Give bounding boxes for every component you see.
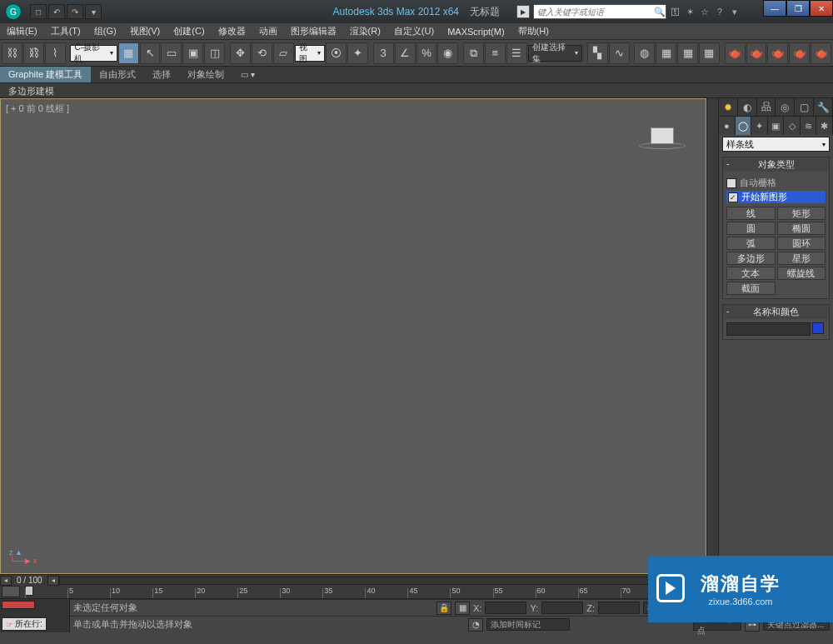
tab-hierarchy-icon[interactable]: 品 — [757, 98, 776, 116]
transform-typein-icon[interactable]: ▦ — [455, 602, 470, 615]
create-rectangle-button[interactable]: 矩形 — [777, 207, 826, 220]
search-icon[interactable]: 🔍 — [653, 5, 666, 18]
exchange-icon[interactable]: ✶ — [683, 5, 696, 18]
ribbon-tab-freeform[interactable]: 自由形式 — [91, 67, 144, 82]
percent-snap-icon[interactable]: % — [416, 42, 437, 64]
rotate-icon[interactable]: ⟲ — [252, 42, 272, 64]
help-icon[interactable]: ? — [713, 5, 726, 18]
menu-render[interactable]: 渲染(R) — [343, 25, 387, 37]
app-icon[interactable]: G — [5, 3, 22, 20]
menu-customize[interactable]: 自定义(U) — [387, 25, 441, 37]
bind-spacewarp-icon[interactable]: ⌇ — [45, 42, 66, 64]
create-text-button[interactable]: 文本 — [726, 267, 776, 280]
create-ngon-button[interactable]: 多边形 — [726, 252, 776, 265]
render-last-icon[interactable]: 🫖 — [811, 42, 831, 64]
infocenter-dropdown-icon[interactable]: ▾ — [728, 5, 741, 18]
select-object-icon[interactable]: ↖ — [140, 42, 161, 64]
create-section-button[interactable]: 截面 — [726, 282, 776, 295]
pivot-icon[interactable]: ⦿ — [326, 42, 347, 64]
menu-tools[interactable]: 工具(T) — [44, 25, 87, 37]
tab-utilities-icon[interactable]: 🔧 — [814, 98, 833, 116]
unlink-icon[interactable]: ⛓̸ — [23, 42, 44, 64]
object-name-input[interactable] — [726, 322, 811, 336]
subtab-cameras-icon[interactable]: ▣ — [768, 117, 785, 135]
refcoord-combo[interactable]: 视图 — [295, 45, 326, 62]
spinner-snap-icon[interactable]: ◉ — [437, 42, 458, 64]
object-color-swatch[interactable] — [812, 322, 824, 334]
render-setup-icon[interactable]: ▦ — [656, 42, 676, 64]
manipulate-icon[interactable]: ✦ — [347, 42, 368, 64]
ribbon-tab-selection[interactable]: 选择 — [144, 67, 179, 82]
favorite-icon[interactable]: ☆ — [698, 5, 711, 18]
viewport[interactable]: [ + 0 前 0 线框 ] z ▲└──▶ x — [0, 98, 706, 574]
create-star-button[interactable]: 星形 — [777, 252, 826, 265]
selection-set-combo[interactable]: 创建选择集 — [528, 45, 582, 62]
maximize-button[interactable]: ❐ — [786, 0, 810, 17]
rollout-head-objtype[interactable]: 对象类型 — [723, 157, 829, 172]
snap-toggle-icon[interactable]: 3 — [373, 42, 394, 64]
help-search-input[interactable] — [533, 4, 666, 19]
menu-grapheditors[interactable]: 图形编辑器 — [284, 25, 343, 37]
minimize-button[interactable]: — — [763, 0, 786, 17]
ribbon-tab-modeling[interactable]: Graphite 建模工具 — [0, 67, 91, 82]
close-button[interactable]: ✕ — [810, 0, 833, 17]
camera-combo[interactable]: C-摄影机 — [70, 45, 117, 62]
select-name-icon[interactable]: ▭ — [161, 42, 182, 64]
schematic-icon[interactable]: ▚ — [587, 42, 608, 64]
render-iter-icon[interactable]: 🫖 — [746, 42, 767, 64]
autogrid-checkbox[interactable]: 自动栅格 — [726, 177, 826, 189]
material-editor-icon[interactable]: ◍ — [634, 42, 655, 64]
select-region-icon[interactable]: ▣ — [182, 42, 203, 64]
window-crossing-icon[interactable]: ◫ — [204, 42, 225, 64]
ribbon-tab-objpaint[interactable]: 对象绘制 — [179, 67, 232, 82]
timeline-left-icon[interactable]: ◂ — [0, 576, 12, 586]
create-helix-button[interactable]: 螺旋线 — [777, 267, 826, 280]
select-filter-icon[interactable]: ▦ — [118, 42, 139, 64]
menu-maxscript[interactable]: MAXScript(M) — [441, 27, 511, 37]
scale-icon[interactable]: ▱ — [273, 42, 294, 64]
tab-create-icon[interactable]: ✹ — [719, 98, 738, 116]
tab-motion-icon[interactable]: ◎ — [776, 98, 795, 116]
viewport-label[interactable]: [ + 0 前 0 线框 ] — [6, 102, 69, 115]
key-icon[interactable]: ⚿ — [668, 5, 681, 18]
curve-editor-icon[interactable]: ∿ — [609, 42, 630, 64]
ribbon-collapse-icon[interactable]: ▭ ▾ — [241, 70, 255, 79]
quick-render-icon[interactable]: 🫖 — [725, 42, 746, 64]
lock-selection-icon[interactable]: 🔒 — [436, 602, 451, 615]
menu-create[interactable]: 创建(C) — [167, 25, 211, 37]
create-category-combo[interactable]: 样条线 — [722, 137, 830, 152]
undo-icon[interactable]: ↶ — [48, 4, 65, 19]
menu-group[interactable]: 组(G) — [87, 25, 123, 37]
render-active-icon[interactable]: 🫖 — [767, 42, 788, 64]
search-go-icon[interactable]: ▶ — [516, 5, 530, 18]
mirror-icon[interactable]: ⧉ — [463, 42, 484, 64]
create-ellipse-button[interactable]: 椭圆 — [777, 222, 826, 235]
rollout-head-name[interactable]: 名称和颜色 — [723, 305, 829, 319]
subtab-helpers-icon[interactable]: ◇ — [784, 117, 801, 135]
x-field[interactable] — [485, 602, 526, 614]
subtab-systems-icon[interactable]: ✱ — [816, 117, 833, 135]
subtab-geometry-icon[interactable]: ● — [719, 117, 736, 135]
z-field[interactable] — [598, 602, 640, 614]
layer-icon[interactable]: ☰ — [506, 42, 527, 64]
start-new-shape-checkbox[interactable]: ✓开始新图形 — [726, 191, 826, 203]
move-icon[interactable]: ✥ — [230, 42, 251, 64]
trackbar-key-icon[interactable] — [2, 586, 20, 597]
subtab-lights-icon[interactable]: ✦ — [751, 117, 768, 135]
new-icon[interactable]: □ — [30, 4, 47, 19]
viewcube[interactable] — [639, 122, 686, 151]
subtab-shapes-icon[interactable]: ◯ — [736, 117, 752, 135]
add-time-tag[interactable]: 添加时间标记 — [486, 618, 570, 631]
create-circle-button[interactable]: 圆 — [726, 222, 776, 235]
render-prod-icon[interactable]: ▦ — [699, 42, 720, 64]
viewport-scrollbar[interactable] — [706, 98, 718, 574]
render-preset-icon[interactable]: 🫖 — [789, 42, 810, 64]
redo-icon[interactable]: ↷ — [67, 4, 83, 19]
mini-trackview[interactable]: 所在行: — [0, 599, 70, 632]
ribbon-panel-label[interactable]: 多边形建模 — [0, 83, 833, 98]
tab-display-icon[interactable]: ▢ — [795, 98, 814, 116]
create-line-button[interactable]: 线 — [726, 207, 776, 220]
menu-animation[interactable]: 动画 — [252, 25, 284, 37]
menu-modifiers[interactable]: 修改器 — [212, 25, 252, 37]
create-donut-button[interactable]: 圆环 — [777, 237, 826, 250]
